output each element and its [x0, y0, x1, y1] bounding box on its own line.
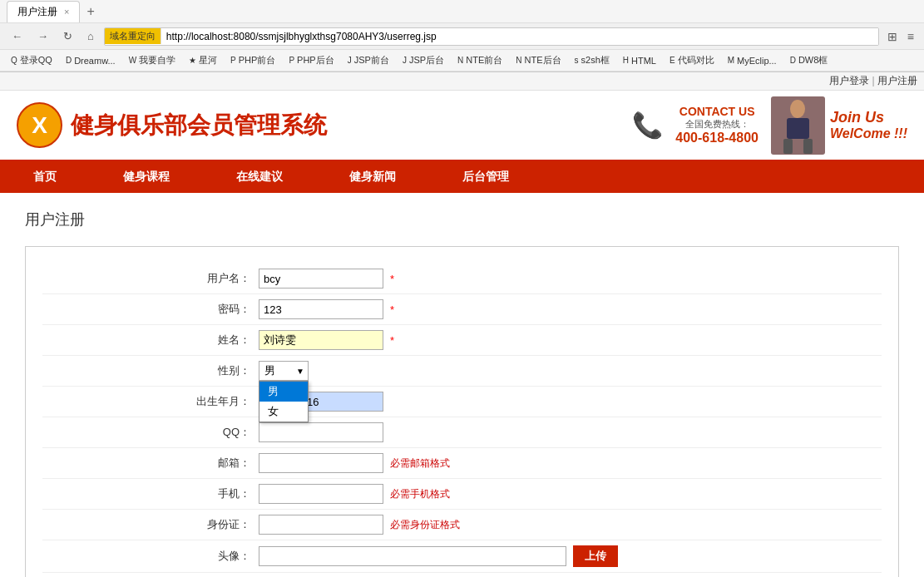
nav-fitness-courses[interactable]: 健身课程 [90, 161, 203, 193]
qq-label: QQ： [42, 425, 259, 440]
nav-online-advice[interactable]: 在线建议 [203, 161, 316, 193]
bookmark-self-study-icon: W [129, 56, 136, 65]
bookmark-s2sh[interactable]: s s2sh框 [571, 53, 614, 67]
address-row: 地址： [42, 573, 882, 577]
svg-point-1 [790, 100, 805, 118]
home-btn[interactable]: ⌂ [82, 27, 99, 45]
bookmark-dreamw[interactable]: D Dreamw... [62, 55, 120, 67]
user-login-link[interactable]: 用户登录 [829, 75, 869, 86]
back-btn[interactable]: ← [7, 27, 27, 45]
phone-number: 400-618-4800 [675, 131, 758, 145]
browser-toolbar: ← → ↻ ⌂ 域名重定向 ⊞ ≡ [0, 23, 924, 50]
bookmark-starriver-label: 星河 [199, 54, 217, 67]
bookmark-jsp-front-icon: J [348, 56, 352, 65]
form-container: 用户名： * 密码： * 姓名： * 性别： 男 [25, 246, 899, 577]
bookmark-jsp-back-icon: J [403, 56, 407, 65]
bookmark-php-back[interactable]: P PHP后台 [284, 53, 338, 67]
gender-selected-value: 男 [264, 363, 275, 378]
bookmark-php-back-label: PHP后台 [297, 54, 334, 67]
forward-btn[interactable]: → [32, 27, 53, 45]
bookmark-myeclipse[interactable]: M MyEclip... [724, 55, 781, 67]
bookmark-self-study[interactable]: W 我要自学 [125, 53, 180, 67]
bookmarks-bar: Q 登录QQ D Dreamw... W 我要自学 ★ 星河 P PHP前台 P… [0, 50, 924, 72]
gender-option-female[interactable]: 女 [259, 402, 308, 422]
bookmark-jsp-back-label: JSP后台 [409, 54, 444, 67]
tab-close-btn[interactable]: × [64, 7, 69, 17]
realname-input[interactable] [259, 330, 383, 350]
password-input[interactable] [259, 299, 383, 319]
browser-chrome: 用户注册 × + ← → ↻ ⌂ 域名重定向 ⊞ ≡ Q 登录QQ D Drea… [0, 0, 924, 72]
tab-title: 用户注册 [17, 5, 57, 19]
browser-titlebar: 用户注册 × + [0, 0, 924, 23]
join-us-text: Join Us [830, 109, 907, 126]
menu-icon[interactable]: ≡ [904, 28, 917, 45]
address-bar[interactable] [161, 28, 878, 45]
website: 用户登录 | 用户注册 X 健身俱乐部会员管理系统 📞 CONTACT US 全… [0, 72, 924, 577]
bookmark-html[interactable]: H HTML [619, 55, 660, 67]
bookmark-jsp-back[interactable]: J JSP后台 [398, 53, 448, 67]
gender-option-male[interactable]: 男 [259, 382, 308, 402]
qq-row: QQ： [42, 417, 882, 448]
avatar-input[interactable] [259, 546, 566, 566]
bookmark-html-label: HTML [631, 56, 656, 66]
qq-input[interactable] [259, 422, 383, 442]
bookmark-s2sh-label: s2sh框 [581, 54, 610, 67]
bookmark-self-study-label: 我要自学 [139, 54, 175, 67]
nav-home[interactable]: 首页 [0, 161, 90, 193]
avatar-row: 头像： 上传 [42, 540, 882, 573]
site-nav: 首页 健身课程 在线建议 健身新闻 后台管理 [0, 161, 924, 193]
site-header: X 健身俱乐部会员管理系统 📞 CONTACT US 全国免费热线： 400-6… [0, 91, 924, 161]
phone-label: 手机： [42, 486, 259, 501]
bookmark-starriver[interactable]: ★ 星河 [185, 53, 221, 67]
contact-us-label: CONTACT US [675, 105, 758, 118]
site-logo: X 健身俱乐部会员管理系统 [17, 102, 327, 148]
bookmark-dw8[interactable]: D DW8框 [786, 53, 833, 67]
bookmark-code-compare-label: 代码对比 [678, 54, 714, 67]
bookmark-dreamw-icon: D [66, 56, 72, 65]
page-title: 用户注册 [25, 210, 899, 229]
extensions-icon[interactable]: ⊞ [884, 28, 901, 45]
idcard-input[interactable] [259, 515, 383, 535]
logo-icon-text: X [32, 112, 47, 139]
nav-fitness-news[interactable]: 健身新闻 [316, 161, 429, 193]
address-bar-container: 域名重定向 [104, 27, 879, 46]
gender-label: 性别： [42, 363, 259, 378]
contact-info: CONTACT US 全国免费热线： 400-618-4800 [675, 105, 758, 145]
email-input[interactable] [259, 453, 383, 473]
bookmark-php-front-icon: P [230, 56, 236, 65]
gender-dropdown: 男 女 [259, 381, 309, 422]
phone-row: 手机： 必需手机格式 [42, 479, 882, 510]
svg-rect-4 [803, 139, 813, 154]
bookmark-nte-front[interactable]: N NTE前台 [453, 53, 506, 67]
phone-input[interactable] [259, 484, 383, 504]
username-input[interactable] [259, 269, 383, 288]
realname-required: * [390, 334, 394, 347]
password-label: 密码： [42, 302, 259, 317]
bookmark-code-compare[interactable]: E 代码对比 [665, 53, 719, 67]
upload-btn[interactable]: 上传 [573, 545, 618, 567]
phone-hint: 必需手机格式 [390, 487, 450, 501]
refresh-btn[interactable]: ↻ [58, 27, 77, 45]
bookmark-nte-back-label: NTE后台 [525, 54, 561, 67]
gender-container: 男 ▼ 男 女 [259, 361, 309, 381]
bookmark-php-front[interactable]: P PHP前台 [226, 53, 279, 67]
browser-tab[interactable]: 用户注册 × [7, 1, 80, 22]
phone-label: 全国免费热线： [675, 118, 758, 131]
bookmark-nte-front-icon: N [457, 56, 463, 65]
nav-backend[interactable]: 后台管理 [429, 161, 542, 193]
new-tab-btn[interactable]: + [80, 1, 101, 22]
password-row: 密码： * [42, 294, 882, 325]
email-row: 邮箱： 必需邮箱格式 [42, 448, 882, 479]
birthdate-label: 出生年月： [42, 394, 259, 409]
bookmark-html-icon: H [623, 56, 629, 65]
user-register-link[interactable]: 用户注册 [877, 75, 917, 86]
gender-dropdown-arrow: ▼ [296, 367, 304, 376]
gender-select-btn[interactable]: 男 ▼ [259, 361, 309, 381]
bookmark-jsp-front[interactable]: J JSP前台 [343, 53, 393, 67]
bookmark-qq[interactable]: Q 登录QQ [7, 53, 57, 67]
idcard-label: 身份证： [42, 517, 259, 532]
bookmark-dw8-icon: D [790, 56, 796, 65]
gender-row: 性别： 男 ▼ 男 女 [42, 356, 882, 387]
bookmark-nte-back-icon: N [516, 56, 521, 65]
bookmark-nte-back[interactable]: N NTE后台 [511, 53, 565, 67]
